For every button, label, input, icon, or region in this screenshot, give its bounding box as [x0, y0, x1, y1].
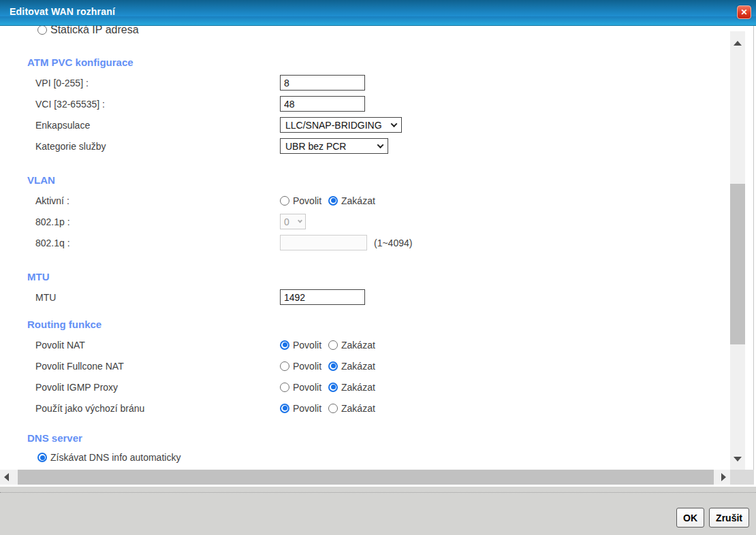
- radio-label[interactable]: Zakázat: [341, 361, 375, 372]
- horizontal-scrollbar[interactable]: [0, 470, 730, 485]
- dialog-body: Statická IP adresa ATM PVC konfigurace V…: [0, 26, 754, 485]
- footer-buttons: OK Zrušit: [676, 508, 749, 528]
- field-label: VCI [32-65535] :: [35, 99, 280, 110]
- scroll-up-icon[interactable]: [734, 41, 742, 46]
- radio-label[interactable]: Povolit: [293, 382, 321, 393]
- scroll-right-icon[interactable]: [721, 473, 726, 481]
- section-title-vlan: VLAN: [27, 174, 730, 186]
- radio-label[interactable]: Povolit: [293, 195, 321, 206]
- row-static-ip: Statická IP adresa: [0, 26, 730, 37]
- radio-icon[interactable]: [328, 340, 338, 350]
- radio-option-povolit[interactable]: Povolit: [280, 340, 321, 351]
- field-label: 802.1p :: [35, 216, 280, 227]
- vpi-input[interactable]: [280, 75, 365, 91]
- field-label: Aktivní :: [35, 195, 280, 206]
- radio-option-zakazat[interactable]: Zakázat: [328, 340, 375, 351]
- cancel-button[interactable]: Zrušit: [709, 508, 749, 528]
- dialog-footer: OK Zrušit: [0, 487, 756, 535]
- radio-icon[interactable]: [280, 340, 289, 350]
- radio-label[interactable]: Zakázat: [341, 382, 375, 393]
- row-8021q: 802.1q : (1~4094): [0, 232, 730, 253]
- vertical-scrollbar-thumb[interactable]: [730, 184, 745, 344]
- radio-label[interactable]: Zakázat: [341, 340, 375, 351]
- radio-label[interactable]: Povolit: [293, 340, 321, 351]
- radio-option-povolit[interactable]: Povolit: [280, 195, 321, 206]
- radio-icon[interactable]: [37, 453, 47, 462]
- radio-option-zakazat[interactable]: Zakázat: [328, 382, 375, 393]
- radio-icon[interactable]: [280, 361, 289, 371]
- dialog-title: Editovat WAN rozhraní: [10, 6, 115, 17]
- mtu-input[interactable]: [280, 289, 365, 305]
- radio-icon[interactable]: [37, 26, 47, 35]
- radio-label[interactable]: Získávat DNS info automaticky: [50, 452, 180, 463]
- radio-icon[interactable]: [328, 196, 338, 206]
- row-8021p: 802.1p : 0: [0, 211, 730, 232]
- radio-option-povolit[interactable]: Povolit: [280, 361, 321, 372]
- kategorie-selected-value: UBR bez PCR: [285, 141, 346, 152]
- radio-icon[interactable]: [280, 196, 289, 206]
- chevron-down-icon: [377, 142, 384, 148]
- gateway-radio-group: Povolit Zakázat: [280, 403, 382, 414]
- vertical-scrollbar[interactable]: [730, 31, 745, 470]
- aktivni-radio-group: Povolit Zakázat: [280, 195, 382, 206]
- scroll-left-icon[interactable]: [4, 473, 9, 481]
- row-aktivni: Aktivní : Povolit Zakázat: [0, 190, 730, 211]
- radio-icon[interactable]: [280, 404, 289, 413]
- field-label: Kategorie služby: [35, 141, 280, 152]
- enkapsulace-selected-value: LLC/SNAP-BRIDGING: [285, 120, 382, 131]
- row-kategorie: Kategorie služby UBR bez PCR: [0, 135, 730, 157]
- section-title-mtu: MTU: [27, 271, 730, 282]
- field-label: Povolit NAT: [35, 340, 280, 351]
- radio-label[interactable]: Zakázat: [341, 403, 375, 414]
- row-enkapsulace: Enkapsulace LLC/SNAP-BRIDGING: [0, 114, 730, 135]
- radio-option-povolit[interactable]: Povolit: [280, 403, 321, 414]
- row-gateway: Použít jako výchozí bránu Povolit Zakáza…: [0, 398, 730, 419]
- radio-option-zakazat[interactable]: Zakázat: [328, 361, 375, 372]
- scroll-down-icon[interactable]: [734, 457, 742, 461]
- row-nat: Povolit NAT Povolit Zakázat: [0, 334, 730, 355]
- igmp-radio-group: Povolit Zakázat: [280, 382, 382, 393]
- field-label: Povolit IGMP Proxy: [35, 382, 280, 393]
- horizontal-scrollbar-thumb[interactable]: [18, 470, 714, 485]
- radio-icon[interactable]: [328, 361, 338, 371]
- nat-radio-group: Povolit Zakázat: [280, 340, 382, 351]
- close-icon[interactable]: ✕: [737, 5, 751, 19]
- radio-option-zakazat[interactable]: Zakázat: [328, 195, 375, 206]
- dialog-titlebar: Editovat WAN rozhraní ✕: [0, 0, 756, 26]
- range-hint: (1~4094): [374, 238, 412, 248]
- section-title-routing: Routing funkce: [27, 319, 730, 330]
- 8021p-selected-value: 0: [284, 216, 289, 227]
- radio-label[interactable]: Zakázat: [341, 195, 375, 206]
- radio-icon[interactable]: [328, 383, 338, 392]
- form-content: Statická IP adresa ATM PVC konfigurace V…: [0, 26, 730, 470]
- section-title-atm: ATM PVC konfigurace: [27, 56, 730, 68]
- radio-option-povolit[interactable]: Povolit: [280, 382, 321, 393]
- radio-option-zakazat[interactable]: Zakázat: [328, 403, 375, 414]
- radio-label[interactable]: Povolit: [293, 403, 321, 414]
- row-igmp: Povolit IGMP Proxy Povolit Zakázat: [0, 376, 730, 398]
- row-fullcone: Povolit Fullcone NAT Povolit Zakázat: [0, 355, 730, 376]
- radio-icon[interactable]: [328, 404, 338, 413]
- footer-divider: [0, 492, 756, 493]
- enkapsulace-select[interactable]: LLC/SNAP-BRIDGING: [280, 117, 402, 133]
- chevron-down-icon: [298, 218, 302, 223]
- row-dns-auto: Získávat DNS info automaticky: [0, 448, 730, 467]
- row-vpi: VPI [0-255] :: [0, 72, 730, 93]
- fullcone-radio-group: Povolit Zakázat: [280, 361, 382, 372]
- field-label: VPI [0-255] :: [35, 78, 280, 88]
- radio-icon[interactable]: [280, 383, 289, 392]
- radio-label[interactable]: Statická IP adresa: [50, 26, 139, 36]
- radio-label[interactable]: Povolit: [293, 361, 321, 372]
- section-title-dns: DNS server: [27, 432, 730, 444]
- vci-input[interactable]: [280, 96, 365, 112]
- row-vci: VCI [32-65535] :: [0, 93, 730, 114]
- field-label: Povolit Fullcone NAT: [35, 361, 280, 372]
- kategorie-select[interactable]: UBR bez PCR: [280, 138, 388, 154]
- field-label: 802.1q :: [35, 238, 280, 248]
- field-label: Enkapsulace: [35, 120, 280, 131]
- field-label: Použít jako výchozí bránu: [35, 403, 280, 414]
- row-mtu: MTU: [0, 287, 730, 308]
- chevron-down-icon: [391, 120, 398, 127]
- 8021p-select-disabled: 0: [280, 214, 306, 229]
- ok-button[interactable]: OK: [676, 508, 704, 528]
